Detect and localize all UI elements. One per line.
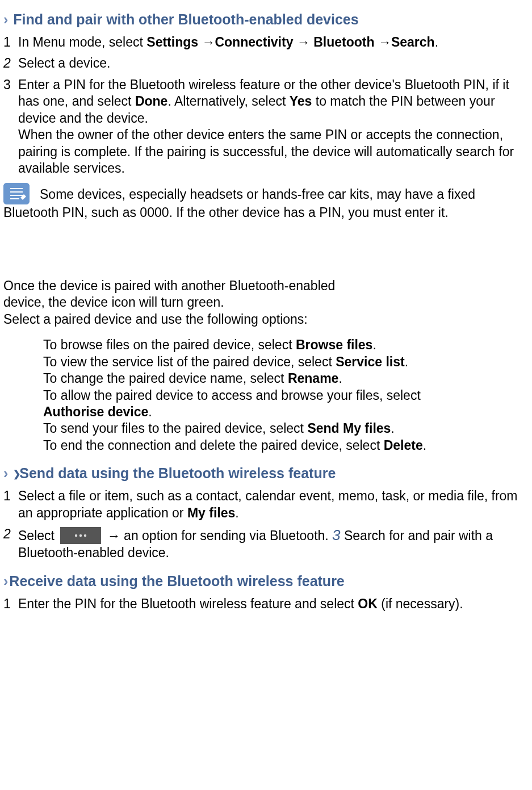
text: . Alternatively, select (167, 94, 289, 108)
bold: Bluetooth (313, 35, 374, 49)
text: → (293, 35, 313, 49)
text: Once the device is paired with another B… (3, 278, 529, 294)
bold: Search (391, 35, 435, 49)
more-options-icon (60, 527, 101, 544)
list-item: To view the service list of the paired d… (3, 354, 529, 370)
list-item: To change the paired device name, select… (3, 370, 529, 387)
text: . (435, 35, 438, 49)
bold: OK (358, 596, 378, 611)
step-row: 1 Select a file or item, such as a conta… (3, 488, 529, 521)
step-body: Select → an option for sending via Bluet… (18, 526, 529, 562)
step-row: 2 Select a device. (3, 55, 529, 72)
text: To change the paired device name, select (43, 371, 288, 386)
step-row: 3 Enter a PIN for the Bluetooth wireless… (3, 77, 529, 177)
bold: Send My files (307, 421, 391, 436)
text: → (375, 35, 391, 49)
bold: Service list (336, 354, 404, 369)
note-icon (3, 183, 30, 204)
bold: My files (187, 505, 235, 520)
step-body: Select a file or item, such as a contact… (18, 488, 529, 521)
heading-text: Receive data using the Bluetooth wireles… (9, 573, 344, 589)
text: To end the connection and delete the pai… (43, 438, 384, 453)
bold: Yes (290, 94, 312, 108)
text: To send your files to the paired device,… (43, 421, 307, 436)
options-list: To browse files on the paired device, se… (3, 337, 529, 454)
list-item: To end the connection and delete the pai… (3, 437, 529, 454)
step-number: 1 (3, 34, 18, 51)
chevron-icon: › (3, 11, 8, 27)
svg-point-8 (84, 534, 86, 537)
text: Select a file or item, such as a contact… (18, 488, 518, 520)
text: In Menu mode, select (18, 35, 146, 49)
text: → (198, 35, 215, 49)
list-item: To allow the paired device to access and… (3, 387, 529, 421)
svg-point-7 (79, 534, 82, 537)
step-row: 1 In Menu mode, select Settings →Connect… (3, 34, 529, 51)
note-text: Some devices, especially headsets or han… (3, 187, 475, 220)
step-row: 1 Enter the PIN for the Bluetooth wirele… (3, 596, 529, 612)
text: To allow the paired device to access and… (43, 388, 421, 403)
text: Enter the PIN for the Bluetooth wireless… (18, 596, 358, 611)
bold: Authorise device (43, 404, 148, 419)
step-body: Enter a PIN for the Bluetooth wireless f… (18, 77, 529, 177)
bold: Settings (146, 35, 198, 49)
step-number: 2 (3, 55, 18, 72)
paired-intro: Once the device is paired with another B… (3, 278, 529, 328)
bold: Rename (288, 371, 338, 386)
section-heading-send: › ❯Send data using the Bluetooth wireles… (3, 464, 529, 482)
step-body: Select a device. (18, 55, 529, 72)
svg-rect-0 (3, 183, 30, 204)
text: To view the service list of the paired d… (43, 354, 336, 369)
svg-point-6 (75, 534, 77, 537)
inline-step-number: 3 (332, 526, 340, 544)
text: When the owner of the other device enter… (18, 127, 514, 175)
list-item: To send your files to the paired device,… (3, 420, 529, 437)
step-number: 3 (3, 77, 18, 177)
bold: Browse files (296, 337, 373, 352)
step-row: 2 Select → an option for sending via Blu… (3, 526, 529, 562)
text: Select (18, 528, 58, 543)
note-block: Some devices, especially headsets or han… (3, 183, 529, 221)
step-number: 2 (3, 526, 18, 562)
chevron-icon: › (3, 465, 8, 481)
step-number: 1 (3, 596, 18, 612)
bold: Connectivity (215, 35, 293, 49)
step-number: 1 (3, 488, 18, 521)
text: device, the device icon will turn green. (3, 294, 529, 311)
section-heading-receive: ›Receive data using the Bluetooth wirele… (3, 572, 529, 590)
bold: Delete (384, 438, 423, 453)
bold: Done (135, 94, 168, 108)
text: (if necessary). (378, 596, 463, 611)
text: Select a paired device and use the follo… (3, 311, 529, 328)
chevron-icon: › (3, 573, 8, 589)
step-body: In Menu mode, select Settings →Connectiv… (18, 34, 529, 51)
heading-text: Find and pair with other Bluetooth-enabl… (9, 11, 358, 27)
text: To browse files on the paired device, se… (43, 337, 296, 352)
section-heading-pair: › Find and pair with other Bluetooth-ena… (3, 10, 529, 28)
list-item: To browse files on the paired device, se… (3, 337, 529, 353)
text: → an option for sending via Bluetooth. (107, 528, 332, 543)
heading-text: Send data using the Bluetooth wireless f… (19, 465, 336, 481)
step-body: Enter the PIN for the Bluetooth wireless… (18, 596, 529, 612)
